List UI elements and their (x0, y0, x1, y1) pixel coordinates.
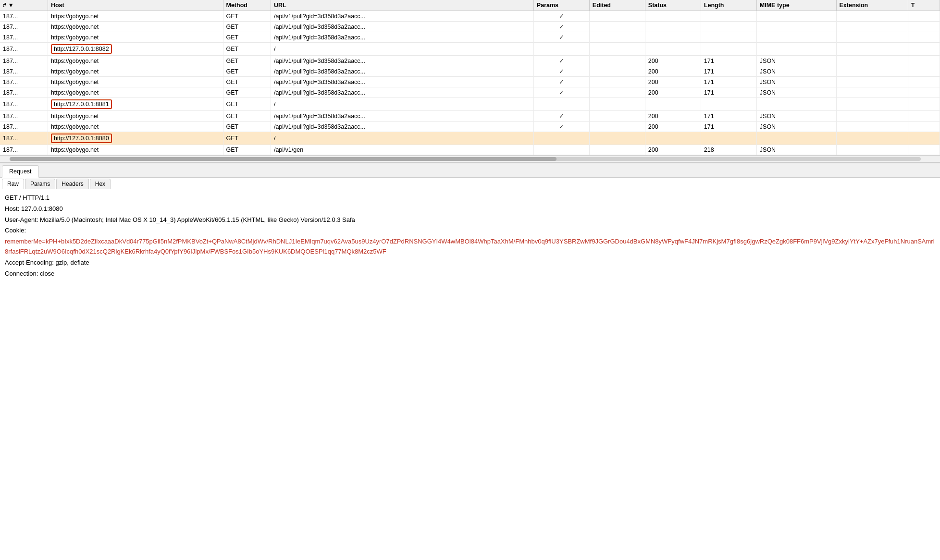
cell-url: /api/v1/pull?gid=3d358d3a2aacc... (271, 122, 533, 132)
table-row[interactable]: 187...https://gobygo.netGET/api/v1/pull?… (0, 77, 940, 87)
cell-length (701, 32, 756, 43)
table-row[interactable]: 187...https://gobygo.netGET/api/v1/pull?… (0, 22, 940, 32)
cell-length (701, 132, 756, 145)
col-header-params[interactable]: Params (533, 0, 589, 11)
cell-ext (836, 43, 908, 56)
cell-url: /api/v1/pull?gid=3d358d3a2aacc... (271, 11, 533, 22)
tab-request[interactable]: Request (2, 165, 39, 178)
col-header-host[interactable]: Host (48, 0, 223, 11)
table-row[interactable]: 187...https://gobygo.netGET/api/v1/pull?… (0, 111, 940, 122)
main-container: # ▼ Host Method URL Params Edited Status… (0, 0, 940, 283)
col-header-mime[interactable]: MIME type (756, 0, 836, 11)
requests-table: # ▼ Host Method URL Params Edited Status… (0, 0, 940, 155)
body-line: Connection: close (5, 269, 935, 279)
body-line: User-Agent: Mozilla/5.0 (Macintosh; Inte… (5, 215, 935, 225)
table-row[interactable]: 187...https://gobygo.netGET/api/v1/pull?… (0, 56, 940, 66)
col-header-extra: T (908, 0, 940, 11)
table-row[interactable]: 187...https://gobygo.netGET/api/v1/pull?… (0, 11, 940, 22)
sub-tab-raw[interactable]: Raw (2, 179, 24, 189)
request-tab-bar: Request (0, 163, 940, 178)
col-header-length[interactable]: Length (701, 0, 756, 11)
cell-ext (836, 32, 908, 43)
sub-tab-hex[interactable]: Hex (90, 179, 111, 189)
sub-tab-headers[interactable]: Headers (56, 179, 88, 189)
col-header-extension[interactable]: Extension (836, 0, 908, 11)
col-header-method[interactable]: Method (223, 0, 271, 11)
cell-ext (836, 66, 908, 77)
cell-params: ✓ (533, 111, 589, 122)
cell-host: https://gobygo.net (48, 11, 223, 22)
cell-length: 218 (701, 145, 756, 155)
cell-host: http://127.0.0.1:8082 (48, 43, 223, 56)
cell-status: 200 (645, 77, 701, 87)
body-line: Cookie: (5, 226, 935, 236)
cell-status (645, 32, 701, 43)
scroll-track (10, 157, 921, 161)
cell-edited (589, 56, 645, 66)
cell-num: 187... (0, 32, 48, 43)
table-row[interactable]: 187...http://127.0.0.1:8082GET/ (0, 43, 940, 56)
col-header-status[interactable]: Status (645, 0, 701, 11)
requests-table-container: # ▼ Host Method URL Params Edited Status… (0, 0, 940, 156)
cell-method: GET (223, 111, 271, 122)
cell-length: 171 (701, 66, 756, 77)
cell-status (645, 11, 701, 22)
table-row[interactable]: 187...https://gobygo.netGET/api/v1/pull?… (0, 122, 940, 132)
col-header-edited[interactable]: Edited (589, 0, 645, 11)
request-panel: Request Raw Params Headers Hex GET / HTT… (0, 162, 940, 283)
table-row[interactable]: 187...https://gobygo.netGET/api/v1/gen20… (0, 145, 940, 155)
cell-extra (908, 32, 940, 43)
cell-extra (908, 111, 940, 122)
col-header-url[interactable]: URL (271, 0, 533, 11)
cell-ext (836, 87, 908, 98)
cell-mime (756, 98, 836, 111)
cell-url: /api/v1/pull?gid=3d358d3a2aacc... (271, 87, 533, 98)
sub-tab-params[interactable]: Params (25, 179, 55, 189)
scroll-thumb[interactable] (10, 157, 557, 161)
cell-length: 171 (701, 111, 756, 122)
cell-num: 187... (0, 98, 48, 111)
cell-host: https://gobygo.net (48, 22, 223, 32)
cell-length: 171 (701, 87, 756, 98)
table-row[interactable]: 187...http://127.0.0.1:8080GET/ (0, 132, 940, 145)
cell-extra (908, 87, 940, 98)
cell-url: /api/v1/pull?gid=3d358d3a2aacc... (271, 77, 533, 87)
table-row[interactable]: 187...http://127.0.0.1:8081GET/ (0, 98, 940, 111)
cell-mime: JSON (756, 87, 836, 98)
cell-host: https://gobygo.net (48, 32, 223, 43)
cell-ext (836, 122, 908, 132)
cell-mime: JSON (756, 66, 836, 77)
cell-extra (908, 132, 940, 145)
cell-url: /api/v1/pull?gid=3d358d3a2aacc... (271, 22, 533, 32)
cell-ext (836, 145, 908, 155)
cell-num: 187... (0, 43, 48, 56)
cell-edited (589, 98, 645, 111)
cell-mime: JSON (756, 56, 836, 66)
cell-extra (908, 43, 940, 56)
col-header-num[interactable]: # ▼ (0, 0, 48, 11)
cell-num: 187... (0, 11, 48, 22)
horizontal-scrollbar[interactable] (0, 156, 940, 162)
table-row[interactable]: 187...https://gobygo.netGET/api/v1/pull?… (0, 87, 940, 98)
cell-mime: JSON (756, 77, 836, 87)
cell-host: https://gobygo.net (48, 122, 223, 132)
cell-method: GET (223, 11, 271, 22)
cell-mime: JSON (756, 145, 836, 155)
cell-params (533, 145, 589, 155)
cell-status: 200 (645, 145, 701, 155)
table-row[interactable]: 187...https://gobygo.netGET/api/v1/pull?… (0, 32, 940, 43)
cell-url: /api/v1/pull?gid=3d358d3a2aacc... (271, 111, 533, 122)
cell-edited (589, 43, 645, 56)
cell-ext (836, 77, 908, 87)
cell-mime (756, 132, 836, 145)
cell-params (533, 98, 589, 111)
cell-host: http://127.0.0.1:8081 (48, 98, 223, 111)
body-line: Host: 127.0.0.1:8080 (5, 204, 935, 214)
cell-method: GET (223, 43, 271, 56)
cell-extra (908, 145, 940, 155)
cell-params: ✓ (533, 66, 589, 77)
table-row[interactable]: 187...https://gobygo.netGET/api/v1/pull?… (0, 66, 940, 77)
cell-params: ✓ (533, 22, 589, 32)
cell-ext (836, 111, 908, 122)
cell-edited (589, 87, 645, 98)
